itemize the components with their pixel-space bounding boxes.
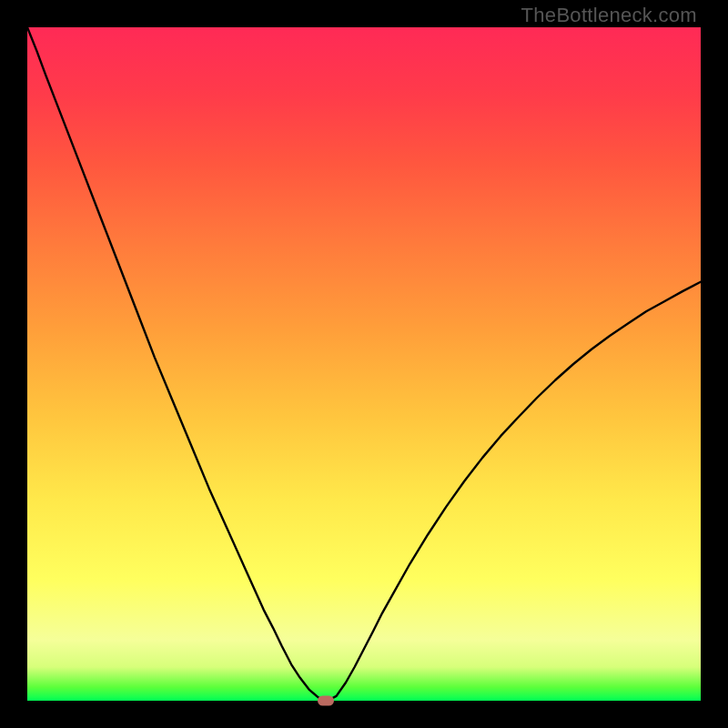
curve-svg (27, 27, 701, 701)
watermark-text: TheBottleneck.com (521, 4, 697, 27)
chart-frame: TheBottleneck.com (0, 0, 728, 728)
bottleneck-curve (27, 27, 701, 701)
plot-area (27, 27, 701, 701)
min-marker (318, 696, 334, 706)
